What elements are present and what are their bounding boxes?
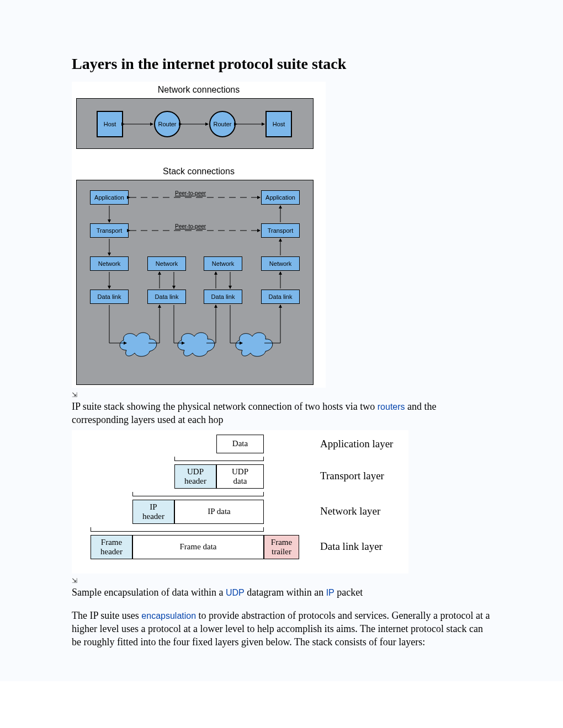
- expand-icon[interactable]: ⇲: [72, 577, 491, 585]
- ip-header-box: IP header: [132, 500, 174, 524]
- data-box: Data: [216, 435, 264, 453]
- application-layer-label: Application layer: [320, 438, 393, 450]
- caption2: Sample encapsulation of data within a UD…: [72, 586, 491, 599]
- expand-icon[interactable]: ⇲: [72, 391, 491, 399]
- diagram1-title-top: Network connections: [72, 85, 326, 95]
- frame-data-box: Frame data: [132, 535, 264, 559]
- body-pre: The IP suite uses: [72, 610, 141, 621]
- udp-link[interactable]: UDP: [226, 588, 245, 597]
- diagram1-top-panel: Host Router Router Host: [76, 98, 314, 149]
- frame-trailer-box: Frame trailer: [264, 535, 299, 559]
- wrap-line: [132, 492, 264, 496]
- network-stack-diagram: Network connections Host Router Router H…: [72, 82, 326, 388]
- ip-data-box: IP data: [174, 500, 264, 524]
- network-layer-label: Network layer: [320, 505, 380, 517]
- encapsulation-diagram: Data Application layer UDP header UDP da…: [72, 430, 408, 574]
- encapsulation-link[interactable]: encapsulation: [141, 611, 196, 620]
- ip-link[interactable]: IP: [326, 588, 334, 597]
- caption1-text: IP suite stack showing the physical netw…: [72, 401, 378, 412]
- udp-header-box: UDP header: [174, 464, 216, 489]
- wrap-line: [174, 457, 264, 461]
- caption2-pre: Sample encapsulation of data within a: [72, 587, 226, 598]
- transport-layer-label: Transport layer: [320, 470, 384, 482]
- page-title: Layers in the internet protocol suite st…: [72, 55, 491, 73]
- datalink-layer-label: Data link layer: [320, 540, 383, 553]
- diagram1-title-bottom: Stack connections: [72, 167, 326, 176]
- diagram1-bottom-panel: Application Application Peer-to-peer Tra…: [76, 180, 314, 385]
- wrap-line: [91, 527, 264, 532]
- udp-data-box: UDP data: [216, 464, 264, 489]
- frame-header-box: Frame header: [91, 535, 132, 559]
- caption1: IP suite stack showing the physical netw…: [72, 400, 491, 427]
- routers-link[interactable]: routers: [378, 402, 405, 411]
- caption2-post: packet: [334, 587, 363, 598]
- body-paragraph: The IP suite uses encapsulation to provi…: [72, 609, 491, 649]
- caption2-mid: datagram within an: [245, 587, 326, 598]
